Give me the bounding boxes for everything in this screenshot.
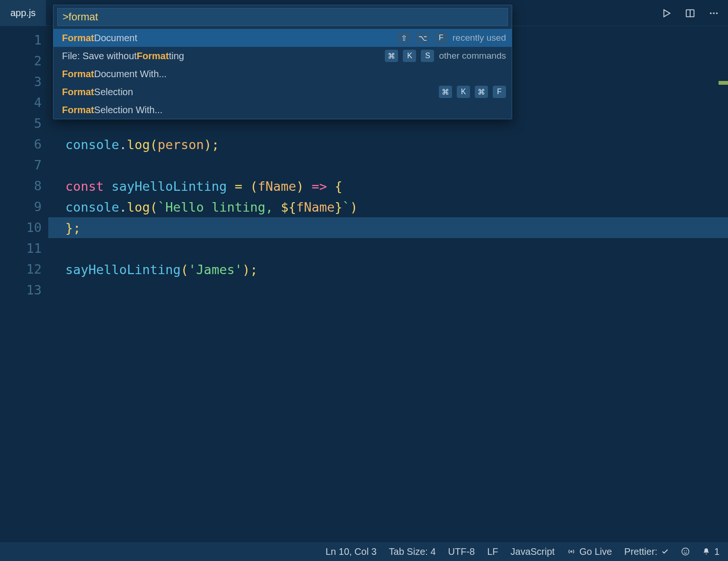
play-icon[interactable] (660, 7, 673, 20)
line-number: 7 (0, 155, 48, 176)
command-palette-input[interactable] (57, 8, 508, 26)
command-palette-list: Format Document⇧⌥Frecently usedFile: Sav… (53, 29, 512, 119)
keycap: ⌘ (385, 50, 398, 62)
status-encoding[interactable]: UTF-8 (448, 546, 475, 557)
keycap: ⌘ (439, 86, 452, 98)
status-tabsize[interactable]: Tab Size: 4 (389, 546, 436, 557)
svg-marker-0 (664, 9, 670, 17)
command-palette-item[interactable]: File: Save without Formatting⌘KSother co… (53, 47, 512, 65)
status-position[interactable]: Ln 10, Col 3 (326, 546, 377, 557)
command-meta: other commands (439, 51, 506, 61)
command-palette-item[interactable]: Format Document⇧⌥Frecently used (53, 29, 512, 47)
code-line (48, 155, 728, 176)
keycap: K (457, 86, 470, 98)
line-number: 2 (0, 51, 48, 71)
line-number: 5 (0, 113, 48, 134)
svg-point-7 (682, 548, 689, 555)
command-label: Format Document With... (62, 69, 167, 80)
status-golive[interactable]: Go Live (567, 546, 612, 557)
command-label: Format Document (62, 33, 137, 44)
tab-actions (660, 0, 720, 26)
code-line: console.log(person); (48, 134, 728, 155)
status-feedback[interactable] (681, 547, 690, 556)
keycap: F (435, 32, 448, 44)
keycap: S (421, 50, 434, 62)
status-bar: Ln 10, Col 3 Tab Size: 4 UTF-8 LF JavaSc… (0, 542, 728, 561)
keycap: ⇧ (398, 32, 411, 44)
keycap: F (493, 86, 506, 98)
status-notifications[interactable]: 1 (702, 546, 719, 557)
command-label: Format Selection (62, 87, 133, 98)
svg-point-8 (684, 551, 685, 552)
svg-point-5 (716, 12, 718, 14)
more-icon[interactable] (707, 7, 720, 20)
split-editor-icon[interactable] (684, 7, 697, 20)
line-number: 1 (0, 30, 48, 51)
keycap: ⌥ (416, 32, 430, 44)
line-number: 9 (0, 196, 48, 217)
status-prettier[interactable]: Prettier: (624, 546, 669, 557)
editor-tab[interactable]: app.js (0, 0, 46, 26)
command-palette-item[interactable]: Format Document With... (53, 65, 512, 83)
keycap: K (403, 50, 416, 62)
line-number: 10 (0, 217, 48, 238)
minimap[interactable] (719, 73, 728, 405)
command-palette-item[interactable]: Format Selection With... (53, 101, 512, 119)
code-line: console.log(`Hello linting, ${fName}`) (48, 196, 728, 217)
svg-point-3 (710, 12, 712, 14)
code-line (48, 238, 728, 259)
bell-icon (702, 547, 710, 556)
line-number: 8 (0, 176, 48, 196)
line-number: 13 (0, 280, 48, 301)
smiley-icon (681, 547, 690, 556)
command-label: File: Save without Formatting (62, 51, 184, 62)
minimap-marker (719, 81, 728, 85)
keycap: ⌘ (475, 86, 488, 98)
tab-filename: app.js (10, 8, 36, 18)
command-palette: Format Document⇧⌥Frecently usedFile: Sav… (53, 5, 512, 119)
check-icon (661, 548, 669, 555)
svg-point-9 (686, 551, 687, 552)
status-language[interactable]: JavaScript (511, 546, 555, 557)
line-number: 12 (0, 259, 48, 280)
line-number-gutter: 12345678910111213 (0, 26, 48, 542)
code-line (48, 280, 728, 301)
status-eol[interactable]: LF (487, 546, 498, 557)
code-line-current: }; (48, 217, 728, 238)
code-line: const sayHelloLinting = (fName) => { (48, 176, 728, 196)
line-number: 6 (0, 134, 48, 155)
command-label: Format Selection With... (62, 105, 162, 116)
line-number: 11 (0, 238, 48, 259)
command-palette-item[interactable]: Format Selection⌘K⌘F (53, 83, 512, 101)
command-meta: recently used (453, 33, 506, 43)
line-number: 3 (0, 71, 48, 92)
code-line: sayHelloLinting('James'); (48, 259, 728, 280)
svg-point-4 (713, 12, 715, 14)
broadcast-icon (567, 547, 576, 556)
svg-point-6 (570, 551, 572, 552)
line-number: 4 (0, 92, 48, 113)
